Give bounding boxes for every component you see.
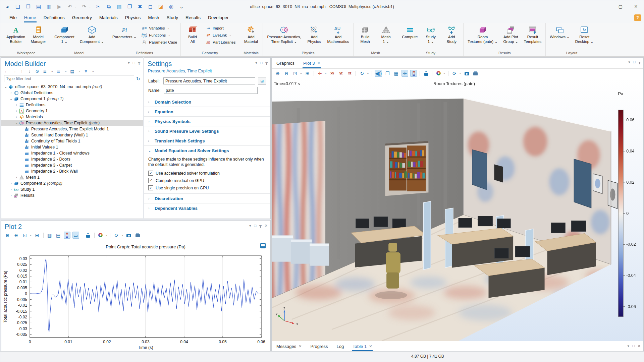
pin-icon[interactable]: ┳ (638, 60, 641, 64)
minimize-button[interactable]: — (597, 0, 613, 13)
ribbon-button-pressure-acoustics[interactable]: Pressure Acoustics, Time Explicit ⌄ (265, 24, 303, 51)
zoom-in-icon[interactable]: ⊕ (4, 232, 11, 239)
scene-light-icon[interactable]: ❐ (384, 70, 391, 77)
menu-materials[interactable]: Materials (96, 13, 121, 23)
tab-graphics[interactable]: Graphics (276, 58, 294, 68)
tree-item[interactable]: Impedance 1 - Closed windows (1, 150, 143, 156)
tree-item[interactable]: ›Materials (1, 114, 143, 120)
menu-physics[interactable]: Physics (121, 13, 145, 23)
run-icon[interactable]: ▶ (56, 3, 62, 10)
ribbon-button-application-builder[interactable]: AApplication Builder (4, 24, 28, 51)
tree-item[interactable]: ›Global Definitions (1, 90, 143, 96)
tree-item[interactable]: DPressure Acoustics, Time Explicit Model… (1, 126, 143, 132)
expander-closed-icon[interactable]: › (14, 115, 19, 119)
expand-icon[interactable]: ≣ (43, 69, 47, 74)
redo-icon-caret[interactable]: ⌄ (89, 5, 91, 8)
duplicate-icon[interactable]: ❐ (126, 3, 132, 10)
menu-developer[interactable]: Developer (204, 13, 232, 23)
zoom-box-icon[interactable]: ⊡ (292, 70, 299, 77)
app-logo-icon[interactable]: ◕ (4, 3, 10, 10)
toolbar-overflow-icon[interactable]: ⌄ (178, 3, 184, 10)
section-model-equation-and-solver-settings[interactable]: ⌄Model Equation and Solver Settings (144, 145, 270, 155)
expander-closed-icon[interactable]: › (14, 109, 19, 113)
tab-log[interactable]: Log (337, 341, 344, 351)
float-icon[interactable]: □ (632, 344, 635, 348)
section-dependent-variables[interactable]: ›Dependent Variables (144, 203, 270, 213)
close-button[interactable]: ✕ (628, 0, 644, 13)
checkbox-row[interactable]: ✓Use single precision on GPU (144, 184, 270, 191)
expander-open-icon[interactable]: ⌄ (3, 85, 8, 88)
menu-study[interactable]: Study (163, 13, 182, 23)
ribbon-button-variables[interactable]: a=Variables⌄ (140, 25, 179, 32)
ribbon-button-part-libraries[interactable]: ▥Part Libraries (203, 39, 237, 46)
tree-item[interactable]: ›AGeometry 1 (1, 108, 143, 114)
copy-icon[interactable]: ⧉ (106, 3, 112, 10)
lock-axes-icon[interactable] (85, 232, 92, 239)
view-xy-icon[interactable]: xy (329, 70, 335, 77)
y-grid-icon[interactable]: ▤ (55, 232, 62, 239)
show-axes-icon[interactable]: ✛ (401, 70, 408, 77)
ribbon-button-add-component[interactable]: Add Component ⌄ (77, 24, 106, 51)
x-grid-icon[interactable]: ▥ (46, 232, 53, 239)
rotate-view-icon[interactable]: ↻ (359, 70, 365, 77)
redo-icon[interactable]: ↷ (81, 3, 87, 10)
move-up-icon[interactable]: ↑ (19, 69, 24, 74)
zoom-out-icon[interactable]: ⊖ (283, 70, 290, 77)
color-theme-icon[interactable] (435, 70, 442, 77)
show-legends-icon[interactable] (64, 232, 70, 239)
zoom-box-icon[interactable]: ⊡ (21, 232, 28, 239)
ribbon-button-import[interactable]: ⇥Import (203, 25, 237, 32)
tree-item[interactable]: DSound Hard Boundary (Wall) 1 (1, 132, 143, 138)
expander-closed-icon[interactable]: › (14, 103, 19, 107)
show-colorbar-icon[interactable] (410, 70, 417, 77)
image-snapshot-icon[interactable] (464, 70, 470, 77)
float-icon[interactable]: □ (254, 224, 257, 228)
log-icon[interactable]: ◎ (168, 3, 174, 10)
pin-icon[interactable]: ┳ (265, 61, 268, 65)
section-discretization[interactable]: ›Discretization (144, 193, 270, 203)
go-back-icon[interactable]: ← (4, 69, 9, 74)
tree-item[interactable]: ›Component 2(comp2) (1, 180, 143, 186)
checkbox-row[interactable]: ✓Compute residual on GPU (144, 177, 270, 184)
float-icon[interactable]: □ (260, 61, 263, 65)
ribbon-button-component[interactable]: Component 1 ⌄ (52, 24, 76, 51)
paste-icon[interactable]: ▧ (116, 3, 122, 10)
undo-icon[interactable]: ↶ (67, 3, 73, 10)
new-file-icon[interactable]: ❏ (15, 3, 21, 10)
pin-icon[interactable]: ┳ (259, 224, 262, 228)
refresh-icon[interactable]: ↻ (136, 76, 140, 81)
view-yz-icon[interactable]: yz (337, 70, 344, 77)
zoom-extents-icon[interactable]: ⊞ (34, 232, 41, 239)
collapse-icon[interactable]: ≣ (56, 69, 61, 74)
tab-plot-3[interactable]: Plot 3✕ (303, 58, 320, 68)
pin-icon[interactable]: ┳ (138, 61, 140, 65)
play-sound-icon[interactable]: ◀)) (375, 70, 382, 77)
point-graph-chart[interactable]: Point Graph: Total acoustic pressure (Pa… (1, 240, 270, 351)
expander-open-icon[interactable]: ⌄ (9, 97, 13, 101)
zoom-extents-icon[interactable]: ⊞ (304, 70, 311, 77)
ribbon-button-parameters[interactable]: PiParameters ⌄ (110, 24, 139, 51)
clear-selection-icon[interactable]: ◪ (158, 3, 164, 10)
checkbox-checked-icon[interactable]: ✓ (148, 171, 153, 176)
close-icon[interactable]: ✕ (265, 224, 268, 228)
ribbon-button-parameter-case[interactable]: PiParameter Case (140, 39, 179, 46)
annotations-icon[interactable]: ▭ (72, 232, 79, 239)
expander-closed-icon[interactable]: › (9, 194, 13, 197)
plot-refresh-icon[interactable]: ⟳ (113, 232, 120, 239)
show-icon[interactable]: ⊙ (35, 69, 40, 74)
section-transient-mesh-settings[interactable]: ›Transient Mesh Settings (144, 136, 270, 145)
section-domain-selection[interactable]: ›Domain Selection (144, 97, 270, 107)
ribbon-button-livelink[interactable]: ⇄LiveLink⌄ (203, 32, 237, 39)
ribbon-button-mesh[interactable]: Mesh 1 ⌄ (376, 24, 396, 51)
menu-file[interactable]: File (6, 13, 20, 23)
ribbon-button-compute[interactable]: Compute (400, 24, 420, 51)
float-icon[interactable]: □ (633, 60, 636, 64)
tree-item[interactable]: Impedance 2 - Brick Wall (1, 168, 143, 174)
menu-geometry[interactable]: Geometry (68, 13, 96, 23)
cut-icon[interactable]: ✂ (95, 3, 101, 10)
expander-closed-icon[interactable]: › (9, 182, 13, 185)
expander-closed-icon[interactable]: › (14, 176, 19, 179)
ribbon-button-reset-desktop[interactable]: ↻Reset Desktop ⌄ (573, 24, 596, 51)
show-grid-icon[interactable]: ▦ (393, 70, 399, 77)
panel-menu-icon[interactable]: ▾ (628, 344, 630, 348)
